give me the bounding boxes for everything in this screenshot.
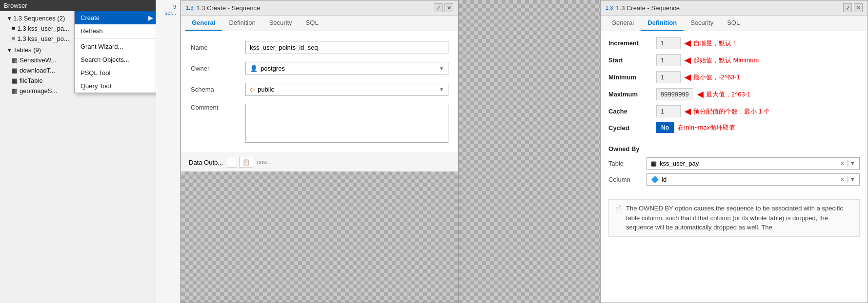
schema-select[interactable]: ◇ public ▼ <box>245 83 448 96</box>
context-menu-item-create[interactable]: Create ▶ <box>75 11 156 24</box>
maximum-label: Maximum <box>608 91 652 98</box>
increment-value[interactable]: 1 <box>656 37 681 49</box>
info-text: The OWNED BY option causes the sequence … <box>626 204 854 232</box>
cache-value[interactable]: 1 <box>656 105 681 117</box>
start-row: Start 1 ◀ 起始值，默认 Minimum <box>608 54 860 66</box>
search-label: Search Objects... <box>81 56 129 63</box>
context-menu-item-psql[interactable]: PSQL Tool <box>75 66 156 79</box>
increment-label: Increment <box>608 39 652 47</box>
start-label: Start <box>608 57 652 64</box>
table-input[interactable]: ▦ kss_user_pay ✕ │▼ <box>646 157 860 170</box>
right-close-button[interactable]: ✕ <box>854 3 863 12</box>
maximum-value[interactable]: 99999999 <box>656 88 693 100</box>
table-icon: ▦ <box>651 160 657 167</box>
query-label: Query Tool <box>81 82 111 90</box>
right-dialog-controls: ⤢ ✕ <box>843 3 863 12</box>
seq-icon2: ≡ <box>12 35 16 42</box>
right-tab-definition[interactable]: Definition <box>641 16 684 31</box>
owner-select[interactable]: 👤 postgres ▼ <box>245 62 448 75</box>
tab-general[interactable]: General <box>185 16 222 31</box>
toolbar: + 📋 <box>227 157 253 168</box>
table-value: kss_user_pay <box>660 160 699 167</box>
cycled-annotation: 在min~max循环取值 <box>678 123 735 132</box>
column-label: Column <box>608 176 643 183</box>
left-dialog: 1.3 1.3 Create - Sequence ⤢ ✕ General De… <box>181 0 459 303</box>
column-icon: 🔷 <box>651 176 659 183</box>
cycled-note: 在min~max循环取值 <box>678 123 735 132</box>
owner-value: postgres <box>261 65 285 72</box>
add-row-button[interactable]: + <box>227 157 237 168</box>
dialog-version-icon: 1.3 <box>186 5 193 11</box>
context-menu-item-refresh[interactable]: Refresh <box>75 24 156 38</box>
left-form-body: Name Owner 👤 postgres ▼ Schema ◇ <box>181 31 458 152</box>
minimum-annotation: ◀ 最小值，-2^63-1 <box>685 73 740 82</box>
column-input-inner: 🔷 id <box>651 176 666 183</box>
context-menu-item-search[interactable]: Search Objects... <box>75 53 156 66</box>
right-tab-security[interactable]: Security <box>684 16 720 31</box>
right-dialog: 1.3 1.3 Create - Sequence ⤢ ✕ General De… <box>600 0 868 303</box>
between-checker <box>459 0 600 303</box>
arrow-icon: ▶ <box>148 14 153 21</box>
name-label: Name <box>191 44 240 51</box>
chevron-icon2: ▾ <box>8 46 11 54</box>
red-arrow-icon-1: ◀ <box>685 38 690 48</box>
right-tab-general[interactable]: General <box>605 16 641 31</box>
line-numbers: 9 sel... <box>156 0 181 303</box>
left-dialog-tabs: General Definition Security SQL <box>181 16 458 31</box>
cache-annotation: ◀ 预分配值的个数，最小 1 个 <box>685 107 770 116</box>
red-arrow-icon-2: ◀ <box>685 56 690 65</box>
line-num-seq: 9 sel... <box>156 0 180 18</box>
table-icon: ▦ <box>12 57 18 64</box>
menu-divider <box>75 38 156 39</box>
info-icon: 📄 <box>614 204 622 232</box>
column-clear-button[interactable]: ✕ <box>840 176 845 183</box>
tab-definition[interactable]: Definition <box>222 16 262 31</box>
output-col-label: cou... <box>257 159 271 166</box>
red-arrow-icon-4: ◀ <box>697 90 703 99</box>
context-menu-item-grant[interactable]: Grant Wizard... <box>75 40 156 53</box>
schema-value: public <box>258 86 274 93</box>
right-dialog-version: 1.3 <box>606 5 613 11</box>
copy-button[interactable]: 📋 <box>239 157 253 168</box>
minimum-value[interactable]: 1 <box>656 71 681 83</box>
refresh-label: Refresh <box>81 27 103 35</box>
right-maximize-button[interactable]: ⤢ <box>843 3 852 12</box>
maximum-row: Maximum 99999999 ◀ 最大值，2^63-1 <box>608 88 860 100</box>
start-value[interactable]: 1 <box>656 54 681 66</box>
increment-row: Increment 1 ◀ 自增量，默认 1 <box>608 37 860 49</box>
cycled-toggle[interactable]: No <box>656 122 674 133</box>
tables-label: Tables (9) <box>13 46 41 54</box>
tab-security[interactable]: Security <box>262 16 299 31</box>
schema-row: Schema ◇ public ▼ <box>191 83 448 96</box>
owned-by-section: Owned By Table ▦ kss_user_pay ✕ │▼ Colum… <box>601 139 868 195</box>
column-input[interactable]: 🔷 id ✕ │▼ <box>646 173 860 186</box>
comment-input[interactable] <box>245 104 448 143</box>
owner-label: Owner <box>191 65 240 72</box>
sidebar-title: Browser <box>4 2 27 9</box>
comment-label: Comment <box>191 104 240 111</box>
maximum-note: 最大值，2^63-1 <box>706 90 750 99</box>
right-tab-sql[interactable]: SQL <box>720 16 747 31</box>
context-menu-item-query[interactable]: Query Tool <box>75 79 156 93</box>
column-input-controls: ✕ │▼ <box>840 176 855 183</box>
schema-select-value: ◇ public <box>250 86 274 93</box>
minimum-row: Minimum 1 ◀ 最小值，-2^63-1 <box>608 71 860 83</box>
table-dropdown-button[interactable]: │▼ <box>847 160 855 167</box>
close-button[interactable]: ✕ <box>444 3 453 12</box>
table-clear-button[interactable]: ✕ <box>840 160 845 167</box>
table-row: Table ▦ kss_user_pay ✕ │▼ <box>608 157 860 170</box>
tab-sql[interactable]: SQL <box>299 16 325 31</box>
schema-icon: ◇ <box>250 86 255 93</box>
right-dialog-title: 1.3 1.3 Create - Sequence <box>606 4 680 12</box>
data-output-label: Data Outp... <box>189 159 223 166</box>
red-arrow-icon-3: ◀ <box>685 73 690 82</box>
left-dialog-titlebar: 1.3 1.3 Create - Sequence ⤢ ✕ <box>181 0 458 16</box>
maximize-button[interactable]: ⤢ <box>434 3 443 12</box>
name-input[interactable] <box>245 41 448 54</box>
owned-by-title: Owned By <box>608 145 860 152</box>
owner-select-value: 👤 postgres <box>250 65 285 72</box>
column-dropdown-button[interactable]: │▼ <box>847 176 855 183</box>
cycled-label: Cycled <box>608 124 652 132</box>
main-area: 1.3 1.3 Create - Sequence ⤢ ✕ General De… <box>181 0 868 303</box>
comment-row: Comment <box>191 104 448 143</box>
